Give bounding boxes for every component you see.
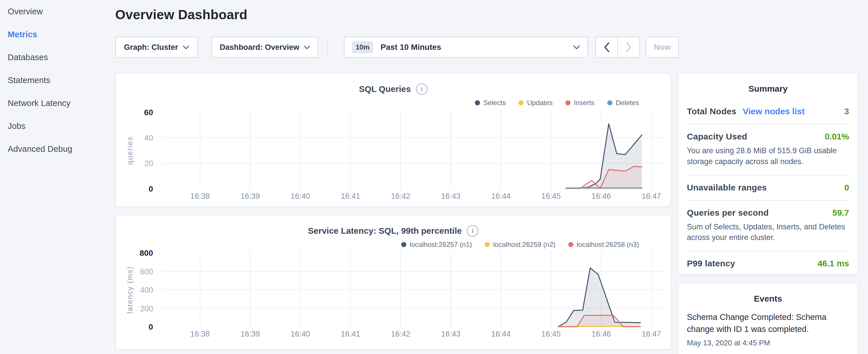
sidebar-item-metrics[interactable]: Metrics xyxy=(8,29,115,40)
x-axis-tick: 16:43 xyxy=(441,192,461,200)
events-title: Events xyxy=(687,294,849,303)
time-range-picker[interactable]: 10m Past 10 Minutes xyxy=(344,37,588,58)
sql-queries-chart-card: SQL Queries i SelectsUpdatesInsertsDelet… xyxy=(115,73,671,207)
chevron-down-icon xyxy=(304,45,310,49)
summary-description: You are using 28.6 MiB of 515.9 GiB usab… xyxy=(687,146,847,167)
x-axis-tick: 16:43 xyxy=(441,330,461,338)
events-panel: Events Schema Change Completed: Schema c… xyxy=(678,283,858,354)
chevron-down-icon xyxy=(183,45,189,49)
sidebar-item-advanced-debug[interactable]: Advanced Debug xyxy=(8,143,115,155)
graph-scope-label: Graph: Cluster xyxy=(124,43,178,52)
sidebar-item-overview[interactable]: Overview xyxy=(8,6,115,17)
y-axis-tick: 400 xyxy=(140,286,153,294)
y-axis-tick: 40 xyxy=(145,134,153,142)
summary-label: Queries per second xyxy=(687,208,769,218)
y-axis-tick: 0 xyxy=(149,322,153,331)
x-axis-tick: 16:47 xyxy=(642,330,661,338)
y-axis-unit-label: latency (ms) xyxy=(125,266,134,314)
summary-title: Summary xyxy=(687,84,849,94)
summary-row-unavailable-ranges: Unavailable ranges0 xyxy=(687,175,849,200)
summary-label: Unavailable ranges xyxy=(687,183,767,192)
x-axis-tick: 16:41 xyxy=(341,192,360,200)
x-axis-tick: 16:45 xyxy=(541,330,561,338)
summary-value: 0.01% xyxy=(825,132,849,141)
toolbar-divider xyxy=(327,37,328,57)
x-axis-tick: 16:39 xyxy=(241,192,260,200)
y-axis-tick: 200 xyxy=(140,304,153,313)
x-axis-tick: 16:46 xyxy=(591,192,611,200)
x-axis-tick: 16:47 xyxy=(642,192,661,200)
x-axis-tick: 16:42 xyxy=(391,330,410,338)
now-button-label: Now xyxy=(654,43,671,52)
summary-value: 46.1 ms xyxy=(817,259,849,268)
x-axis-tick: 16:46 xyxy=(591,330,611,338)
x-axis-tick: 16:38 xyxy=(190,192,210,200)
x-axis-tick: 16:39 xyxy=(241,330,260,338)
time-step-buttons xyxy=(595,37,640,58)
x-axis-tick: 16:40 xyxy=(290,192,310,200)
summary-row-capacity-used: Capacity Used0.01% You are using 28.6 Mi… xyxy=(687,124,849,175)
y-axis-tick: 60 xyxy=(144,108,153,117)
dashboard-dropdown[interactable]: Dashboard: Overview xyxy=(212,37,318,58)
service-latency-chart-plot[interactable]: 16:3816:3916:4016:4116:4216:4316:4416:45… xyxy=(116,215,671,349)
summary-label: P99 latency xyxy=(687,259,735,268)
x-axis-tick: 16:45 xyxy=(541,192,561,200)
summary-label: Capacity Used xyxy=(687,132,747,141)
x-axis-tick: 16:41 xyxy=(341,330,360,338)
sidebar-item-jobs[interactable]: Jobs xyxy=(8,120,115,132)
sidebar: Overview Metrics Databases Statements Ne… xyxy=(0,0,115,354)
y-axis-tick: 0 xyxy=(149,185,153,193)
summary-value: 0 xyxy=(844,183,849,192)
summary-row-queries-per-second: Queries per second59.7 Sum of Selects, U… xyxy=(687,200,849,251)
now-button[interactable]: Now xyxy=(646,37,679,58)
chevron-down-icon xyxy=(573,45,580,49)
summary-label: Total Nodes xyxy=(687,106,737,116)
summary-row-p99-latency: P99 latency46.1 ms xyxy=(687,251,849,276)
chevron-right-icon xyxy=(626,42,631,52)
y-axis-tick: 20 xyxy=(145,159,153,168)
x-axis-tick: 16:40 xyxy=(290,330,310,338)
sidebar-item-network-latency[interactable]: Network Latency xyxy=(8,97,115,109)
sidebar-item-statements[interactable]: Statements xyxy=(8,74,115,86)
y-axis-tick: 800 xyxy=(140,249,153,257)
sidebar-item-databases[interactable]: Databases xyxy=(8,52,115,63)
next-time-button[interactable] xyxy=(617,37,639,57)
previous-time-button[interactable] xyxy=(596,37,617,57)
summary-value: 3 xyxy=(844,106,849,116)
time-range-label: Past 10 Minutes xyxy=(380,43,573,52)
event-timestamp: May 13, 2020 at 4:45 PM xyxy=(687,339,849,347)
y-axis-tick: 600 xyxy=(140,267,153,276)
service-latency-chart-card: Service Latency: SQL, 99th percentile i … xyxy=(115,215,671,350)
x-axis-tick: 16:38 xyxy=(190,330,210,338)
page-title: Overview Dashboard xyxy=(115,7,247,22)
x-axis-tick: 16:42 xyxy=(391,192,410,200)
dashboard-label: Dashboard: Overview xyxy=(220,43,300,52)
y-axis-unit-label: queries xyxy=(125,136,134,165)
summary-panel: Summary Total NodesView nodes list3 Capa… xyxy=(678,73,858,275)
summary-value: 59.7 xyxy=(833,208,849,218)
summary-description: Sum of Selects, Updates, Inserts, and De… xyxy=(687,222,847,244)
sql-queries-chart-plot[interactable]: 16:3816:3916:4016:4116:4216:4316:4416:45… xyxy=(116,74,671,206)
summary-row-total-nodes: Total NodesView nodes list3 xyxy=(687,99,849,124)
time-range-badge: 10m xyxy=(352,41,373,53)
view-nodes-list-link[interactable]: View nodes list xyxy=(743,106,805,116)
chevron-left-icon xyxy=(604,42,609,52)
graph-scope-dropdown[interactable]: Graph: Cluster xyxy=(115,37,198,58)
x-axis-tick: 16:44 xyxy=(491,330,510,338)
x-axis-tick: 16:44 xyxy=(491,192,510,200)
event-item[interactable]: Schema Change Completed: Schema change w… xyxy=(687,311,849,335)
